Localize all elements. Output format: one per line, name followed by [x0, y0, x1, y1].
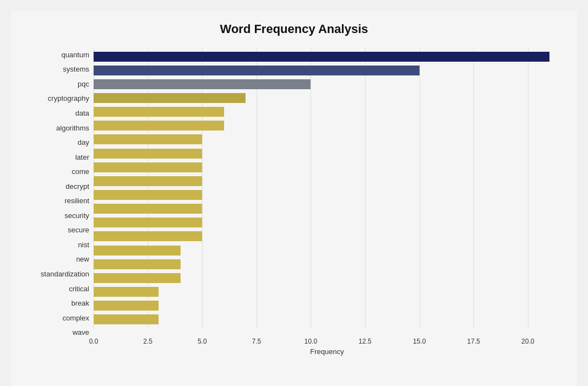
- y-label: nist: [78, 241, 89, 248]
- bar-row: [94, 300, 560, 312]
- bar-row: [94, 286, 560, 298]
- bar-row: [94, 230, 560, 242]
- bar-row: [94, 244, 560, 257]
- plot-area: 0.02.55.07.510.012.515.017.520.0 Frequen…: [94, 47, 560, 356]
- bar-row: [94, 161, 560, 173]
- bar: [94, 218, 202, 227]
- bar: [94, 204, 202, 214]
- y-label: wave: [73, 329, 89, 336]
- y-label: data: [75, 110, 89, 117]
- bar: [94, 259, 181, 269]
- x-axis-title-area: Frequency: [94, 345, 560, 356]
- bar: [94, 162, 202, 172]
- bar: [94, 273, 181, 283]
- y-label: security: [64, 212, 89, 219]
- y-label: algorithms: [56, 124, 89, 132]
- bar: [94, 52, 549, 62]
- bar: [94, 121, 224, 131]
- y-label: standardization: [41, 270, 89, 278]
- bar: [94, 107, 224, 117]
- bar-row: [94, 175, 560, 187]
- bar: [94, 134, 202, 144]
- x-tick-label: 7.5: [252, 338, 261, 345]
- bar-row: [94, 272, 560, 284]
- bar-row: [94, 148, 560, 160]
- bar-row: [94, 119, 560, 132]
- chart-container: Word Frequency Analysis quantumsystemspq…: [11, 11, 577, 386]
- bar-row: [94, 133, 560, 145]
- bars-wrapper: 0.02.55.07.510.012.515.017.520.0: [94, 47, 560, 345]
- bar-row: [94, 51, 560, 63]
- y-label: pqc: [78, 80, 89, 88]
- y-label: break: [71, 300, 89, 307]
- y-label: cryptography: [48, 95, 89, 102]
- bars-container: [94, 47, 560, 329]
- y-label: critical: [69, 285, 89, 292]
- x-axis-title: Frequency: [94, 347, 560, 356]
- bar: [94, 149, 202, 159]
- bar: [94, 231, 202, 241]
- chart-title: Word Frequency Analysis: [28, 22, 560, 36]
- bar-row: [94, 92, 560, 104]
- bar: [94, 314, 159, 324]
- y-label: complex: [63, 314, 89, 322]
- y-label: quantum: [61, 51, 89, 58]
- bar: [94, 287, 159, 297]
- y-label: secure: [68, 226, 89, 233]
- x-tick-label: 10.0: [304, 338, 317, 345]
- bar-row: [94, 258, 560, 270]
- bar: [94, 246, 181, 255]
- bar-row: [94, 203, 560, 215]
- bar-row: [94, 189, 560, 201]
- x-tick-label: 20.0: [521, 338, 534, 345]
- y-label: day: [78, 139, 89, 146]
- bar-row: [94, 78, 560, 90]
- bar-row: [94, 313, 560, 325]
- bar: [94, 79, 311, 89]
- x-tick-label: 15.0: [413, 338, 426, 345]
- x-tick-label: 0.0: [89, 338, 99, 345]
- bar: [94, 190, 202, 200]
- bar: [94, 176, 202, 186]
- y-label: decrypt: [66, 183, 89, 190]
- bar-row: [94, 106, 560, 118]
- y-labels: quantumsystemspqccryptographydataalgorit…: [28, 47, 94, 356]
- bar-row: [94, 216, 560, 229]
- x-tick-label: 2.5: [143, 338, 153, 345]
- y-label: resilient: [64, 197, 89, 204]
- chart-area: quantumsystemspqccryptographydataalgorit…: [28, 47, 560, 356]
- bar-row: [94, 64, 560, 77]
- bar: [94, 66, 420, 75]
- x-tick-label: 5.0: [198, 338, 207, 345]
- x-tick-label: 12.5: [358, 338, 371, 345]
- y-label: come: [72, 168, 89, 175]
- bar: [94, 93, 246, 103]
- y-label: new: [76, 255, 89, 263]
- x-tick-label: 17.5: [467, 338, 480, 345]
- bar: [94, 301, 159, 311]
- x-axis-labels: 0.02.55.07.510.012.515.017.520.0: [94, 329, 560, 345]
- y-label: systems: [63, 66, 89, 73]
- y-label: later: [75, 154, 89, 161]
